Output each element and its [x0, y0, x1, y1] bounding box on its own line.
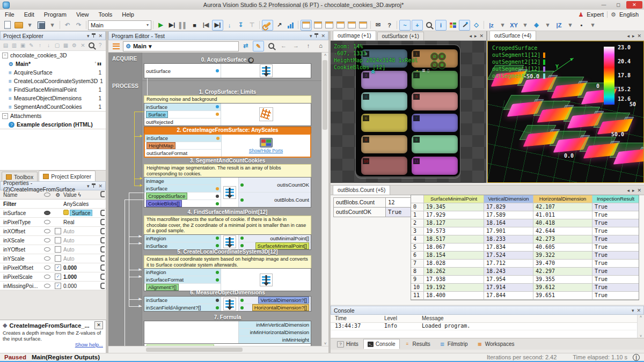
overlay-layer-icon[interactable]: ⊘	[430, 53, 438, 61]
table-row[interactable]: 1118.40017.84439.651True	[411, 292, 639, 300]
fit-selection-icon[interactable]: ↗	[274, 20, 284, 30]
port-inImage[interactable]: inImage	[144, 178, 221, 185]
program-canvas[interactable]: ACQUIRE PROCESS ▼►►►►►►►►► 0. AcquireSur…	[108, 53, 328, 346]
overlay-layer-icon[interactable]: ⊗	[438, 61, 446, 69]
tab-outsurface-1-[interactable]: outSurface (+1)	[377, 32, 424, 40]
run-program-icon[interactable]: ▶	[156, 20, 166, 30]
close-icon[interactable]: ✕	[98, 33, 103, 39]
view-cube-more-icon[interactable]: ▾	[543, 20, 553, 30]
property-row-inMissingPoi[interactable]: inMissingPoi...✓0.000	[0, 282, 106, 291]
port-inSurface[interactable]: inSurface	[145, 135, 221, 142]
close-icon[interactable]: ✕	[94, 321, 103, 329]
checkbox[interactable]	[55, 246, 61, 253]
pe-settings-icon[interactable]: ⚙	[70, 41, 78, 49]
open-project-icon[interactable]	[13, 20, 24, 30]
tree-item-segmentandcountcookies[interactable]: ≡SegmentAndCountCookies1	[0, 102, 106, 111]
help-icon[interactable]: ?	[384, 20, 394, 30]
user-mode[interactable]: Expert	[587, 11, 604, 18]
checkbox[interactable]	[55, 255, 61, 262]
macrofilter-selector[interactable]: ⚙ Main ▾	[123, 41, 239, 51]
pan-view-icon[interactable]: ~	[399, 20, 411, 31]
port-inMinVerticalDimension[interactable]: inMinVerticalDimension	[239, 321, 311, 329]
pause-on-iteration-icon[interactable]: ⊤	[247, 20, 257, 30]
checkbox[interactable]: ✓	[55, 264, 61, 271]
col-header-verticaldimension[interactable]: VerticalDimension	[484, 195, 533, 203]
overlay-tool-icon[interactable]: ▯	[427, 69, 429, 73]
port-inMinHeight[interactable]: inMinHeight	[239, 336, 311, 343]
port-VerticalDimension[interactable]: VerticalDimension?[]	[239, 297, 311, 304]
dock-tab-filmstrip[interactable]: ▥Filmstrip	[435, 339, 472, 349]
pe-find-icon[interactable]	[87, 41, 96, 49]
layout-window-hmi-icon[interactable]	[358, 20, 368, 30]
checkbox[interactable]: ✓	[55, 283, 61, 289]
tab-outblobs-count-5-[interactable]: outBlobs.Count (+5)	[333, 185, 390, 195]
dock-tab-results[interactable]: ≡Results	[400, 339, 435, 349]
find-filter-icon[interactable]	[266, 41, 276, 50]
close-button[interactable]: ✕	[626, 1, 642, 9]
port-inRegion[interactable]: inRegion	[144, 235, 221, 242]
tree-item-example-description[interactable]: ?Example description (HTML)	[0, 120, 106, 129]
tab-outsurface-4-[interactable]: outSurface (+4)	[489, 31, 536, 40]
port-outSurface[interactable]: outSurface	[144, 64, 221, 78]
table-row[interactable]: 618.15417.52439.322True	[411, 252, 639, 260]
dock-tab-workspaces[interactable]: ▦Workspaces	[473, 339, 519, 349]
step-into-icon[interactable]: ↓	[224, 20, 235, 30]
tree-collapse-icon[interactable]: −	[2, 53, 8, 58]
send-feedback-icon[interactable]: ✉	[373, 20, 383, 30]
profile-z-icon[interactable]: |z	[486, 20, 496, 30]
tree-collapse-icon[interactable]: −	[2, 113, 8, 119]
coords-xy-icon[interactable]: XY	[509, 20, 519, 30]
menu-program[interactable]: Program	[39, 11, 71, 18]
property-row-inXScale[interactable]: inXScaleAuto	[0, 236, 106, 245]
block-7-formula[interactable]: 7. FormulainMinVerticalDimensioninMinHor…	[144, 314, 311, 346]
close-icon[interactable]: ✕	[636, 308, 641, 313]
port-outBlobsCount[interactable]: outBlobs.Count	[239, 193, 311, 207]
col-header-inspectionresult[interactable]: InspectionResult	[592, 195, 639, 203]
pin-icon[interactable]	[314, 33, 318, 38]
port-HeightMap[interactable]: HeightMap	[145, 142, 221, 150]
port-outRejected[interactable]: outRejected	[144, 119, 221, 125]
stop-program-icon[interactable]: ■	[189, 20, 200, 30]
pe-paste-icon[interactable]: ▦	[62, 41, 70, 49]
port-inRegion[interactable]: inRegion	[144, 269, 221, 276]
menu-tools[interactable]: Tools	[94, 11, 118, 18]
scalar-row[interactable]: outIsCountOKTrue	[333, 207, 411, 217]
filter-properties-icon[interactable]	[262, 20, 273, 31]
property-row-inSurface[interactable]: inSurfaceSurface	[0, 209, 106, 218]
close-icon[interactable]: ✕	[637, 188, 641, 193]
pe-help-icon[interactable]: ?	[96, 41, 104, 49]
table-row[interactable]: 117.92917.58941.011True	[411, 211, 639, 219]
port-Surface[interactable]: Surface	[144, 111, 221, 119]
property-row-Filter[interactable]: FilterAnyScales	[0, 200, 106, 209]
move-view-icon[interactable]: +	[412, 20, 423, 31]
checkbox[interactable]: ✓	[55, 274, 61, 280]
col-header-horizontaldimension[interactable]: HorizontalDimension	[533, 195, 592, 203]
tab-outimage-1-[interactable]: outImage (+1)	[333, 31, 376, 40]
port-inSurface[interactable]: inSurface	[144, 242, 221, 249]
point-style-more-icon[interactable]: ▾	[588, 20, 598, 30]
block-1-cropsurface-limits[interactable]: 1. CropSurface: LimitsRemoving noise and…	[144, 89, 311, 126]
program-selector[interactable]: Main▾	[88, 20, 151, 30]
profile-iz-more-icon[interactable]: ▾	[565, 20, 575, 30]
view-cube-icon[interactable]: ◈	[531, 20, 541, 30]
show-hide-ports-link[interactable]: Show/Hide Ports	[249, 148, 283, 153]
property-row-inXOffset[interactable]: inXOffsetAuto	[0, 227, 106, 236]
close-icon[interactable]: ✕	[637, 33, 641, 39]
table-row[interactable]: 019.34517.82942.107True	[411, 203, 639, 211]
save-project-icon[interactable]	[36, 20, 46, 30]
panel-menu-icon[interactable]: ▾	[87, 183, 90, 189]
coords-xy-more-icon[interactable]: ▾	[520, 20, 530, 30]
layout-window-3-icon[interactable]	[324, 20, 334, 30]
editor-horizontal-scrollbar[interactable]	[108, 346, 328, 353]
pe-duplicate-icon[interactable]: ▣	[19, 41, 27, 49]
property-row-inPixelOffset[interactable]: inPixelOffset✓0.000	[0, 263, 106, 272]
block-4-findsurfaceminimalpoint-12-[interactable]: 4. FindSurfaceMinimalPoint[12]This macro…	[144, 209, 311, 250]
tree-item-measureobjectdimensions[interactable]: ≡MeasureObjectDimensions1	[0, 94, 106, 102]
iterate-back-icon[interactable]: |◀	[201, 20, 211, 30]
port-CookieBlobs[interactable]: CookieBlobs[]	[144, 200, 221, 207]
block-6-measureobjectdimensions[interactable]: 6. MeasureObjectDimensionsinSurfaceinSca…	[144, 290, 311, 312]
next-tab-icon[interactable]: ▸	[632, 33, 635, 39]
nav-back-icon[interactable]: ←	[279, 41, 289, 50]
table-row[interactable]: 1019.19217.91439.612True	[411, 284, 639, 292]
pe-copy-icon[interactable]: ▢	[53, 41, 61, 49]
